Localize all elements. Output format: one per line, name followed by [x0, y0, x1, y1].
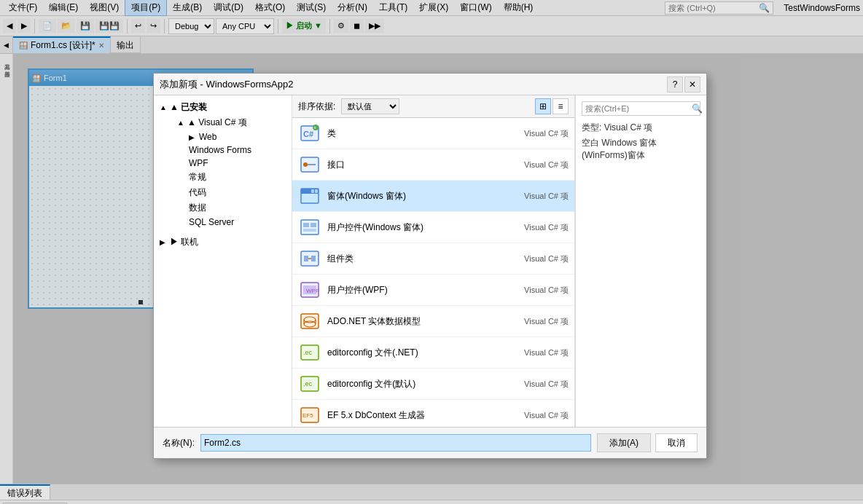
add-new-item-dialog: 添加新项 - WindowsFormsApp2 ? ✕ ▲ ▲ 已安装 ▲ ▲ …	[153, 73, 707, 459]
tree-sql-server[interactable]: SQL Server	[157, 216, 289, 229]
dialog-items-header: 排序依据: 默认值 ⊞ ≡	[292, 95, 574, 118]
svg-rect-17	[303, 229, 316, 232]
tree-code[interactable]: 代码	[157, 185, 289, 200]
dialog-title: 添加新项 - WindowsFormsApp2	[160, 78, 293, 91]
list-item[interactable]: C# + 类 Visual C# 项	[292, 118, 574, 149]
svg-text:+: +	[313, 125, 316, 130]
item-cat-9: Visual C# 项	[510, 410, 569, 421]
dialog-desc: 空白 Windows 窗体(WinForms)窗体	[582, 137, 700, 162]
tree-arrow-online: ▶	[160, 238, 168, 246]
tree-regular-label: 常规	[189, 171, 206, 184]
dialog-help-btn[interactable]: ?	[667, 76, 683, 92]
item-name-8: editorconfig 文件(默认)	[327, 378, 504, 390]
dialog-search-box[interactable]: 🔍	[582, 101, 700, 116]
item-icon-editorconfig-net: .ec	[298, 341, 321, 364]
dialog-search-icon: 🔍	[689, 102, 706, 115]
dialog-search-input[interactable]	[582, 103, 689, 114]
tree-online-label: ▶ 联机	[170, 236, 198, 248]
svg-text:.ec: .ec	[303, 380, 313, 387]
item-icon-interface	[298, 153, 321, 176]
item-cat-7: Visual C# 项	[510, 347, 569, 358]
dialog-action-btns: 添加(A) 取消	[597, 433, 698, 452]
svg-rect-11	[311, 189, 314, 193]
tree-wpf-label: WPF	[189, 158, 208, 168]
svg-text:.ec: .ec	[303, 349, 313, 356]
tree-data[interactable]: 数据	[157, 200, 289, 216]
list-item[interactable]: .ec editorconfig 文件(.NET) Visual C# 项	[292, 337, 574, 369]
tree-installed[interactable]: ▲ ▲ 已安装	[157, 100, 289, 115]
view-list-btn[interactable]: ≡	[552, 98, 569, 114]
dialog-type-label: 类型: Visual C# 项	[582, 122, 700, 134]
item-name-0: 类	[327, 127, 504, 140]
dialog-titlebar: 添加新项 - WindowsFormsApp2 ? ✕	[154, 74, 706, 95]
svg-rect-12	[315, 189, 318, 193]
name-label: 名称(N):	[163, 437, 195, 449]
name-input[interactable]	[200, 434, 591, 452]
list-item[interactable]: 组件类 Visual C# 项	[292, 243, 574, 275]
cancel-button[interactable]: 取消	[655, 433, 698, 452]
list-item[interactable]: 用户控件(Windows 窗体) Visual C# 项	[292, 212, 574, 243]
tree-wpf[interactable]: WPF	[157, 157, 289, 170]
item-icon-component	[298, 247, 321, 270]
svg-rect-13	[301, 189, 311, 192]
list-item[interactable]: ADO.NET 实体数据模型 Visual C# 项	[292, 306, 574, 337]
svg-text:C#: C#	[303, 130, 313, 138]
dialog-close-btn[interactable]: ✕	[684, 76, 700, 92]
tree-regular[interactable]: 常规	[157, 170, 289, 185]
tree-code-label: 代码	[189, 186, 206, 199]
item-icon-userctrl-wpf: WPF	[298, 278, 321, 302]
item-name-5: 用户控件(WPF)	[327, 284, 504, 296]
svg-rect-19	[304, 256, 308, 261]
item-icon-class: C# +	[298, 122, 321, 145]
tree-sql-label: SQL Server	[189, 217, 234, 227]
item-icon-ef5: EF5	[298, 403, 321, 427]
svg-text:EF5: EF5	[302, 412, 313, 419]
item-list: C# + 类 Visual C# 项	[292, 118, 574, 427]
item-cat-6: Visual C# 项	[510, 316, 569, 327]
item-icon-editorconfig-def: .ec	[298, 372, 321, 395]
item-cat-1: Visual C# 项	[510, 160, 569, 170]
item-icon-form	[298, 184, 321, 208]
item-cat-4: Visual C# 项	[510, 253, 569, 264]
dialog-win-btns: ? ✕	[667, 76, 700, 92]
add-button[interactable]: 添加(A)	[597, 433, 651, 452]
list-item[interactable]: 窗体(Windows 窗体) Visual C# 项	[292, 181, 574, 212]
tree-web[interactable]: ▶ Web	[157, 130, 289, 143]
tree-data-label: 数据	[189, 202, 206, 214]
dialog-body: ▲ ▲ 已安装 ▲ ▲ Visual C# 项 ▶ Web Windows Fo…	[154, 95, 706, 427]
list-item[interactable]: 接口 Visual C# 项	[292, 149, 574, 181]
tree-online[interactable]: ▶ ▶ 联机	[157, 235, 289, 250]
item-name-6: ADO.NET 实体数据模型	[327, 315, 504, 328]
tree-windows-forms[interactable]: Windows Forms	[157, 143, 289, 157]
list-item[interactable]: WPF 用户控件(WPF) Visual C# 项	[292, 275, 574, 306]
svg-point-7	[303, 162, 308, 167]
item-cat-2: Visual C# 项	[510, 191, 569, 202]
item-cat-5: Visual C# 项	[510, 285, 569, 296]
list-item[interactable]: .ec editorconfig 文件(默认) Visual C# 项	[292, 369, 574, 400]
item-cat-0: Visual C# 项	[510, 128, 569, 139]
svg-text:WPF: WPF	[306, 288, 319, 294]
item-name-2: 窗体(Windows 窗体)	[327, 190, 504, 202]
tree-installed-label: ▲ 已安装	[170, 101, 207, 114]
svg-rect-20	[311, 256, 316, 261]
item-name-9: EF 5.x DbContext 生成器	[327, 409, 504, 422]
view-grid-btn[interactable]: ⊞	[535, 98, 551, 114]
dialog-tree-panel: ▲ ▲ 已安装 ▲ ▲ Visual C# 项 ▶ Web Windows Fo…	[154, 95, 292, 427]
item-icon-userctrl-win	[298, 216, 321, 239]
tree-web-label: Web	[199, 132, 216, 142]
tree-arrow-csharp: ▲	[177, 119, 186, 127]
tree-windows-forms-label: Windows Forms	[189, 145, 251, 155]
list-item[interactable]: EF5 EF 5.x DbContext 生成器 Visual C# 项	[292, 400, 574, 427]
item-cat-3: Visual C# 项	[510, 222, 569, 233]
svg-rect-16	[311, 223, 316, 227]
item-name-3: 用户控件(Windows 窗体)	[327, 221, 504, 234]
tree-visual-csharp[interactable]: ▲ ▲ Visual C# 项	[157, 115, 289, 130]
sort-select[interactable]: 默认值	[341, 98, 399, 114]
item-name-4: 组件类	[327, 253, 504, 265]
dialog-bottom: 名称(N): 添加(A) 取消	[154, 427, 706, 458]
item-name-7: editorconfig 文件(.NET)	[327, 347, 504, 359]
tree-arrow-web: ▶	[189, 133, 198, 141]
dialog-items-panel: 排序依据: 默认值 ⊞ ≡ C#	[292, 95, 575, 427]
tree-arrow-installed: ▲	[160, 103, 168, 111]
svg-rect-15	[303, 223, 309, 227]
